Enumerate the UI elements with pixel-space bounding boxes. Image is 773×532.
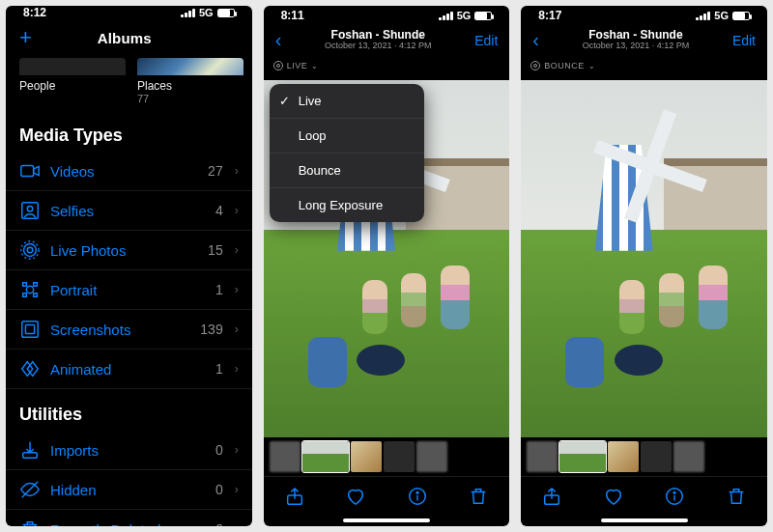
svg-rect-9 bbox=[23, 453, 38, 459]
share-button[interactable] bbox=[284, 486, 305, 507]
delete-button[interactable] bbox=[468, 486, 489, 507]
svg-point-6 bbox=[26, 286, 33, 293]
chevron-down-icon: ⌄ bbox=[588, 62, 596, 70]
detail-nav: ‹ Foshan - Shunde October 13, 2021 · 4:1… bbox=[521, 25, 767, 53]
thumbnail[interactable] bbox=[608, 441, 639, 472]
row-count: 15 bbox=[208, 242, 223, 258]
album-people-label: People bbox=[19, 79, 126, 93]
thumbnail-current[interactable] bbox=[302, 441, 349, 472]
edit-button[interactable]: Edit bbox=[732, 33, 756, 48]
row-label: Videos bbox=[50, 163, 198, 180]
animated-icon bbox=[19, 358, 41, 379]
row-imports[interactable]: Imports 0 › bbox=[6, 431, 252, 470]
thumbnail[interactable] bbox=[384, 441, 415, 472]
chevron-down-icon: ⌄ bbox=[311, 62, 319, 70]
livephoto-icon bbox=[19, 239, 41, 261]
svg-rect-1 bbox=[22, 203, 39, 219]
photo-viewport[interactable]: Live Loop Bounce Long Exposure bbox=[264, 80, 510, 437]
detail-title-block: Foshan - Shunde October 13, 2021 · 4:12 … bbox=[325, 29, 432, 51]
live-badge-text: LIVE bbox=[287, 61, 308, 70]
chevron-right-icon: › bbox=[235, 164, 239, 178]
album-places[interactable]: Places 77 bbox=[137, 58, 243, 104]
thumbnail[interactable] bbox=[416, 441, 447, 472]
thumbnail[interactable] bbox=[351, 441, 382, 472]
row-animated[interactable]: Animated 1 › bbox=[6, 350, 252, 389]
info-button[interactable] bbox=[407, 486, 428, 507]
row-hidden[interactable]: Hidden 0 › bbox=[6, 470, 252, 510]
portrait-icon bbox=[19, 279, 41, 300]
favorite-button[interactable] bbox=[603, 486, 624, 507]
live-badge[interactable]: LIVE ⌄ bbox=[273, 61, 319, 70]
status-right: 5G bbox=[439, 10, 493, 21]
edit-button[interactable]: Edit bbox=[474, 33, 498, 48]
signal-icon bbox=[439, 12, 453, 20]
row-livephotos[interactable]: Live Photos 15 › bbox=[6, 231, 252, 270]
row-label: Animated bbox=[50, 361, 206, 378]
thumbnail[interactable] bbox=[527, 441, 558, 472]
share-button[interactable] bbox=[541, 486, 562, 507]
row-count: 0 bbox=[215, 482, 223, 497]
media-types-list: Videos 27 › Selfies 4 › Live Photos 15 ›… bbox=[6, 152, 252, 389]
live-badge[interactable]: BOUNCE ⌄ bbox=[530, 61, 595, 70]
nav-title: Albums bbox=[98, 30, 152, 46]
live-badge-row: BOUNCE ⌄ bbox=[521, 53, 767, 80]
signal-icon bbox=[696, 12, 710, 20]
status-bar: 8:11 5G bbox=[264, 6, 510, 25]
thumbnail-current[interactable] bbox=[559, 441, 606, 472]
status-right: 5G bbox=[181, 7, 235, 18]
chevron-right-icon: › bbox=[235, 362, 239, 376]
network-label: 5G bbox=[457, 10, 472, 21]
row-count: 0 bbox=[215, 442, 223, 458]
bottom-toolbar bbox=[264, 476, 510, 515]
row-label: Hidden bbox=[50, 482, 206, 498]
row-videos[interactable]: Videos 27 › bbox=[6, 152, 252, 191]
row-selfies[interactable]: Selfies 4 › bbox=[6, 191, 252, 231]
live-effect-dropdown: Live Loop Bounce Long Exposure bbox=[270, 84, 424, 222]
chevron-right-icon: › bbox=[235, 322, 239, 336]
filmstrip[interactable] bbox=[264, 437, 510, 476]
status-right: 5G bbox=[696, 10, 750, 21]
favorite-button[interactable] bbox=[345, 486, 366, 507]
status-bar: 8:12 5G bbox=[6, 6, 252, 19]
row-screenshots[interactable]: Screenshots 139 › bbox=[6, 310, 252, 350]
filmstrip[interactable] bbox=[521, 437, 767, 476]
back-button[interactable]: ‹ bbox=[532, 29, 539, 51]
svg-rect-0 bbox=[21, 166, 34, 177]
add-button[interactable]: + bbox=[19, 25, 32, 50]
utilities-list: Imports 0 › Hidden 0 › Recently Deleted … bbox=[6, 431, 252, 526]
row-label: Recently Deleted bbox=[50, 521, 206, 527]
album-people[interactable]: People bbox=[19, 58, 126, 104]
nav-bar: + Albums bbox=[6, 19, 252, 54]
home-indicator[interactable] bbox=[521, 515, 767, 526]
delete-button[interactable] bbox=[726, 486, 747, 507]
row-count: 4 bbox=[215, 203, 223, 218]
info-button[interactable] bbox=[664, 486, 685, 507]
chevron-right-icon: › bbox=[235, 522, 239, 526]
home-indicator[interactable] bbox=[264, 515, 510, 526]
svg-point-4 bbox=[24, 244, 37, 257]
dropdown-option-longexposure[interactable]: Long Exposure bbox=[270, 188, 424, 222]
media-types-header: Media Types bbox=[6, 110, 252, 152]
back-button[interactable]: ‹ bbox=[275, 29, 282, 51]
photo-image bbox=[521, 80, 767, 437]
selfie-icon bbox=[19, 200, 41, 221]
thumbnail[interactable] bbox=[270, 441, 301, 472]
row-portrait[interactable]: Portrait 1 › bbox=[6, 270, 252, 310]
svg-point-2 bbox=[27, 206, 33, 211]
thumbnail[interactable] bbox=[641, 441, 672, 472]
photo-viewport[interactable] bbox=[521, 80, 767, 437]
dropdown-option-loop[interactable]: Loop bbox=[270, 119, 424, 154]
dropdown-option-bounce[interactable]: Bounce bbox=[270, 154, 424, 188]
row-recently-deleted[interactable]: Recently Deleted 6 › bbox=[6, 510, 252, 526]
row-count: 27 bbox=[208, 163, 223, 179]
thumbnail[interactable] bbox=[673, 441, 704, 472]
chevron-right-icon: › bbox=[235, 243, 239, 257]
detail-nav: ‹ Foshan - Shunde October 13, 2021 · 4:1… bbox=[264, 25, 510, 53]
photo-detail-bounce-screen: 8:17 5G ‹ Foshan - Shunde October 13, 20… bbox=[521, 6, 767, 526]
screenshot-icon bbox=[19, 319, 41, 340]
photo-datetime: October 13, 2021 · 4:12 PM bbox=[325, 42, 432, 51]
svg-point-19 bbox=[416, 491, 418, 493]
photo-datetime: October 13, 2021 · 4:12 PM bbox=[583, 42, 690, 51]
dropdown-option-live[interactable]: Live bbox=[270, 84, 424, 119]
hidden-icon bbox=[19, 479, 41, 500]
